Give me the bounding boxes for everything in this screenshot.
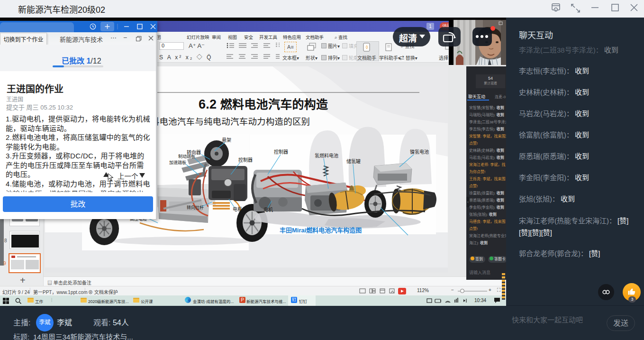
svg-text:加速踏板: 加速踏板 bbox=[169, 160, 186, 165]
svg-text:丰田Mirai燃料电池汽车构造图: 丰田Mirai燃料电池汽车构造图 bbox=[280, 227, 362, 234]
svg-text:电机: 电机 bbox=[263, 207, 273, 212]
svg-text:转向拉杆: 转向拉杆 bbox=[187, 205, 204, 210]
svg-text:控制器: 控制器 bbox=[274, 149, 288, 155]
svg-text:制动踏板: 制动踏板 bbox=[178, 154, 195, 159]
svg-text:控制器: 控制器 bbox=[238, 157, 253, 163]
svg-text:悬架: 悬架 bbox=[222, 138, 231, 143]
svg-text:氢燃料电池: 氢燃料电池 bbox=[315, 153, 338, 158]
svg-text:电机: 电机 bbox=[233, 206, 242, 212]
svg-text:储氢罐: 储氢罐 bbox=[346, 158, 361, 164]
svg-text:镍氢电池: 镍氢电池 bbox=[410, 149, 429, 155]
